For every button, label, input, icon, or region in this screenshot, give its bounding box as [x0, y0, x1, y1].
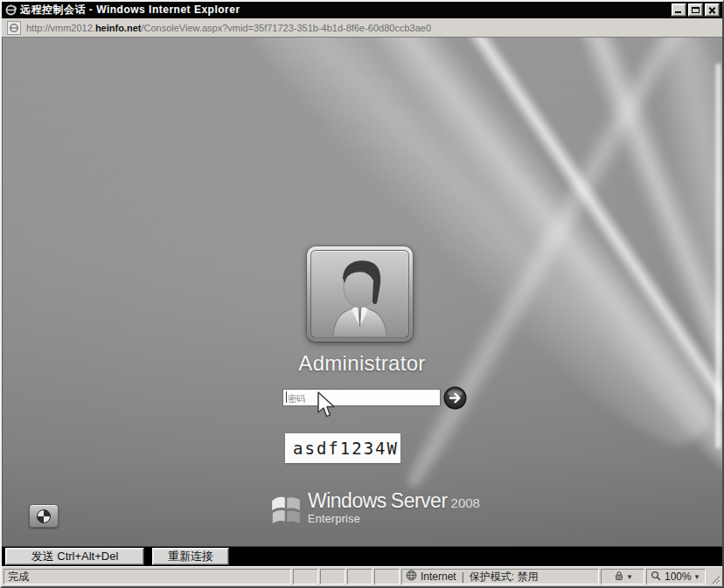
brand-edition: Enterprise [308, 513, 480, 525]
security-report-button[interactable]: ▾ [601, 569, 644, 585]
avatar [310, 250, 409, 338]
url-prefix: http://vmm2012. [26, 23, 95, 33]
login-go-button[interactable] [443, 386, 467, 410]
status-text-panel: 完成 [3, 569, 291, 585]
send-ctrl-alt-del-button[interactable]: 发送 Ctrl+Alt+Del [5, 548, 144, 565]
status-bar: 完成 Internet | 保护模式: 禁用 [2, 566, 722, 586]
chevron-down-icon: ▾ [695, 572, 700, 581]
status-cell [347, 569, 372, 585]
address-bar: http://vmm2012.heinfo.net/ConsoleView.as… [2, 18, 722, 38]
ease-of-access-button[interactable] [29, 504, 59, 528]
brand-year: 2008 [451, 495, 480, 510]
status-cell [320, 569, 345, 585]
minimize-icon [675, 11, 681, 13]
ease-of-access-icon [37, 509, 51, 523]
windows-server-logo: Windows Server 2008 Enterprise [270, 489, 480, 529]
password-hint-box: asdf1234W [285, 433, 400, 463]
brand-server: Server [391, 489, 448, 513]
chevron-down-icon: ▾ [628, 572, 632, 581]
username-label: Administrator [254, 351, 470, 376]
zoom-control[interactable]: 100% ▾ [646, 569, 706, 585]
user-avatar-tile[interactable] [307, 246, 413, 342]
protected-mode-label: 保护模式: 禁用 [470, 570, 539, 585]
minimize-button[interactable] [672, 3, 686, 17]
lock-icon [614, 571, 624, 584]
password-input[interactable] [282, 389, 441, 406]
zoom-level-label: 100% [665, 571, 692, 583]
url-domain: heinfo.net [95, 23, 142, 33]
windows-flag-icon [270, 492, 302, 529]
close-button[interactable] [705, 3, 720, 17]
maximize-button[interactable] [688, 3, 703, 17]
console-control-strip: 发送 Ctrl+Alt+Del 重新连接 [2, 546, 722, 566]
page-icon [7, 21, 21, 35]
text-caret [286, 391, 287, 403]
maximize-icon [692, 7, 700, 13]
edge-light-streak [716, 64, 721, 448]
browser-window: 远程控制会话 - Windows Internet Explorer http:… [0, 0, 724, 588]
status-cell [374, 569, 400, 585]
reconnect-button[interactable]: 重新连接 [152, 548, 229, 565]
status-cell [293, 569, 318, 585]
magnifier-icon [651, 571, 661, 584]
resize-grip[interactable] [707, 569, 721, 585]
mouse-cursor-icon [316, 391, 338, 423]
password-hint-text: asdf1234W [293, 439, 399, 458]
ie-logo-icon [4, 4, 17, 17]
security-zone-panel: Internet | 保护模式: 禁用 [401, 569, 599, 585]
url-path: /ConsoleView.aspx?vmid=35f71723-351b-4b1… [141, 23, 431, 33]
title-bar: 远程控制会话 - Windows Internet Explorer [2, 2, 722, 18]
url-text[interactable]: http://vmm2012.heinfo.net/ConsoleView.as… [26, 23, 431, 33]
window-title: 远程控制会话 - Windows Internet Explorer [20, 3, 668, 17]
remote-console-screen[interactable]: Administrator asdf1234W [2, 38, 722, 546]
zone-separator: | [460, 571, 466, 583]
zone-label: Internet [421, 571, 456, 583]
status-text: 完成 [8, 570, 29, 585]
globe-icon [406, 570, 417, 584]
brand-windows: Windows [308, 489, 386, 513]
